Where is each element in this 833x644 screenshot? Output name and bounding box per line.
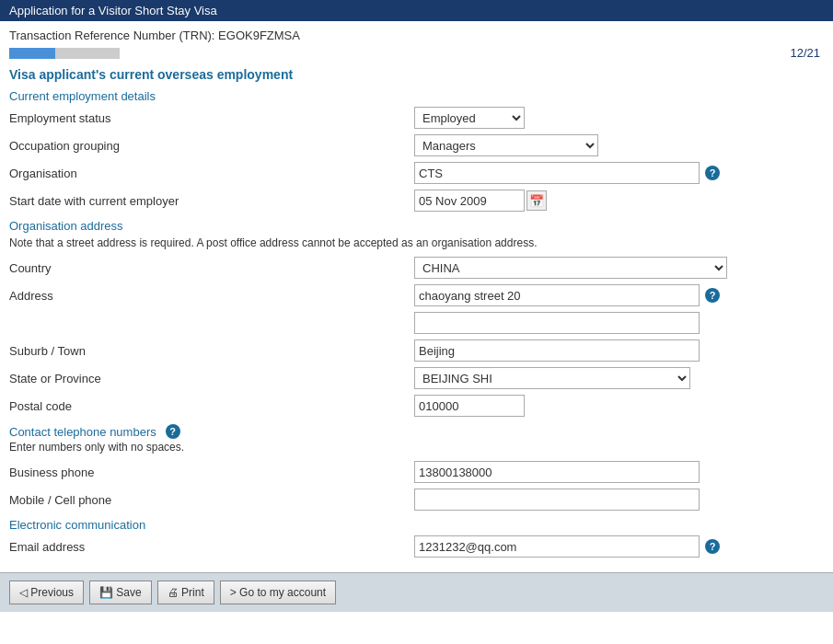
postal-code-input[interactable] <box>414 395 525 417</box>
organisation-control: ? <box>414 162 824 184</box>
title-text: Application for a Visitor Short Stay Vis… <box>9 4 217 17</box>
organisation-row: Organisation ? <box>9 162 824 184</box>
contact-telephone-label-text: Contact telephone numbers <box>9 425 156 439</box>
contact-telephone-heading: Contact telephone numbers ? <box>9 424 824 439</box>
state-select[interactable]: BEIJING SHI SHANGHAI SHI GUANGDONG ZHEJI… <box>414 367 690 389</box>
trn-label: Transaction Reference Number (TRN): <box>9 29 214 42</box>
suburb-label: Suburb / Town <box>9 344 414 358</box>
postal-code-row: Postal code <box>9 395 824 417</box>
go-to-account-label: > Go to my account <box>230 586 326 599</box>
progress-container: 12/21 <box>9 46 824 60</box>
address1-control: ? <box>414 284 824 306</box>
employment-section-heading: Current employment details <box>9 89 824 103</box>
start-date-control: 📅 <box>414 190 824 212</box>
business-phone-row: Business phone <box>9 461 824 483</box>
mobile-phone-input[interactable] <box>414 489 700 511</box>
section-title: Visa applicant's current overseas employ… <box>9 67 824 82</box>
organisation-input[interactable] <box>414 162 700 184</box>
save-button-label: 💾 Save <box>99 586 142 599</box>
contact-telephone-note: Enter numbers only with no spaces. <box>9 441 824 454</box>
occupation-grouping-select[interactable]: Managers Professionals Technicians Cleri… <box>414 134 598 156</box>
electronic-comm-heading: Electronic communication <box>9 518 824 532</box>
business-phone-control <box>414 461 824 483</box>
postal-code-control <box>414 395 824 417</box>
main-content: Transaction Reference Number (TRN): EGOK… <box>0 21 833 558</box>
start-date-label: Start date with current employer <box>9 194 414 208</box>
address-help-icon[interactable]: ? <box>705 288 720 303</box>
org-address-note: Note that a street address is required. … <box>9 236 824 249</box>
go-to-account-button[interactable]: > Go to my account <box>220 581 336 604</box>
previous-button-label: ◁ Previous <box>19 586 74 599</box>
org-address-heading: Organisation address <box>9 219 824 233</box>
start-date-input[interactable] <box>414 190 525 212</box>
email-address-input[interactable] <box>414 535 700 558</box>
postal-code-label: Postal code <box>9 399 414 413</box>
employment-status-row: Employment status Employed Self-employed… <box>9 107 824 129</box>
page-count: 12/21 <box>120 46 824 60</box>
title-bar: Application for a Visitor Short Stay Vis… <box>0 0 833 21</box>
mobile-phone-row: Mobile / Cell phone <box>9 489 824 511</box>
state-label: State or Province <box>9 372 414 385</box>
state-control: BEIJING SHI SHANGHAI SHI GUANGDONG ZHEJI… <box>414 367 824 389</box>
suburb-control <box>414 339 824 362</box>
mobile-phone-control <box>414 489 824 511</box>
occupation-grouping-control: Managers Professionals Technicians Cleri… <box>414 134 824 156</box>
country-control: CHINA AUSTRALIA USA UK <box>414 257 824 279</box>
address2-control <box>414 312 824 334</box>
suburb-input[interactable] <box>414 339 700 362</box>
save-button[interactable]: 💾 Save <box>89 581 152 604</box>
email-help-icon[interactable]: ? <box>705 539 720 554</box>
country-label: Country <box>9 261 414 275</box>
business-phone-label: Business phone <box>9 466 414 479</box>
trn-value: EGOK9FZMSA <box>218 29 300 42</box>
address1-label: Address <box>9 289 414 303</box>
occupation-grouping-row: Occupation grouping Managers Professiona… <box>9 134 824 156</box>
address1-input[interactable] <box>414 284 700 306</box>
progress-filled <box>9 48 55 59</box>
start-date-row: Start date with current employer 📅 <box>9 190 824 212</box>
employment-status-label: Employment status <box>9 111 414 125</box>
occupation-grouping-label: Occupation grouping <box>9 139 414 153</box>
email-address-label: Email address <box>9 540 414 554</box>
employment-status-select[interactable]: Employed Self-employed Unemployed Studen… <box>414 107 525 129</box>
mobile-phone-label: Mobile / Cell phone <box>9 493 414 507</box>
email-address-row: Email address ? <box>9 535 824 558</box>
country-row: Country CHINA AUSTRALIA USA UK <box>9 257 824 279</box>
suburb-row: Suburb / Town <box>9 339 824 362</box>
print-button[interactable]: 🖨 Print <box>157 581 214 604</box>
state-row: State or Province BEIJING SHI SHANGHAI S… <box>9 367 824 389</box>
progress-bar <box>9 48 120 59</box>
email-address-control: ? <box>414 535 824 558</box>
address2-row <box>9 312 824 334</box>
trn-line: Transaction Reference Number (TRN): EGOK… <box>9 29 824 42</box>
employment-status-control: Employed Self-employed Unemployed Studen… <box>414 107 824 129</box>
business-phone-input[interactable] <box>414 461 700 483</box>
print-button-label: 🖨 Print <box>168 586 204 599</box>
contact-telephone-help-icon[interactable]: ? <box>166 424 180 439</box>
country-select[interactable]: CHINA AUSTRALIA USA UK <box>414 257 727 279</box>
previous-button[interactable]: ◁ Previous <box>9 581 84 604</box>
organisation-label: Organisation <box>9 167 414 180</box>
address2-input[interactable] <box>414 312 700 334</box>
address1-row: Address ? <box>9 284 824 306</box>
calendar-icon[interactable]: 📅 <box>526 190 547 211</box>
organisation-help-icon[interactable]: ? <box>705 166 720 180</box>
footer-bar: ◁ Previous 💾 Save 🖨 Print > Go to my acc… <box>0 572 833 612</box>
